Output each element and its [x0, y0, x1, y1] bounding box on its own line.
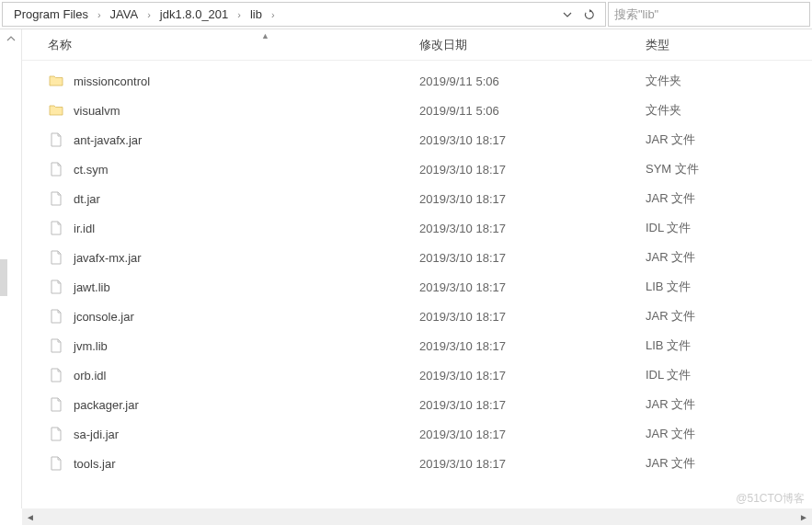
breadcrumb-item[interactable]: JAVA — [105, 6, 144, 23]
file-row[interactable]: jawt.lib2019/3/10 18:17LIB 文件 — [22, 272, 812, 302]
file-name-cell: jvm.lib — [22, 337, 419, 354]
file-name-cell: jconsole.jar — [22, 308, 419, 325]
file-name-cell: javafx-mx.jar — [22, 249, 419, 266]
file-type: JAR 文件 — [638, 396, 812, 413]
file-row[interactable]: tools.jar2019/3/10 18:17JAR 文件 — [22, 449, 812, 478]
search-bar[interactable] — [608, 2, 810, 27]
file-icon — [48, 161, 64, 177]
breadcrumb-bar[interactable]: Program Files›JAVA›jdk1.8.0_201›lib› — [2, 2, 606, 27]
chevron-right-icon[interactable]: › — [235, 9, 243, 20]
file-type: JAR 文件 — [638, 190, 812, 207]
left-gutter — [0, 29, 22, 508]
breadcrumb-item[interactable]: lib — [245, 6, 268, 23]
file-name-cell: orb.idl — [22, 367, 419, 383]
file-icon — [48, 337, 64, 354]
file-icon — [48, 426, 64, 442]
file-row[interactable]: ir.idl2019/3/10 18:17IDL 文件 — [22, 213, 812, 243]
file-type: IDL 文件 — [638, 220, 812, 236]
file-row[interactable]: visualvm2019/9/11 5:06文件夹 — [22, 96, 812, 125]
breadcrumb-item[interactable]: Program Files — [8, 6, 94, 23]
file-date: 2019/3/10 18:17 — [419, 398, 638, 412]
file-name-cell: ir.idl — [22, 220, 419, 236]
file-date: 2019/3/10 18:17 — [419, 133, 638, 147]
file-row[interactable]: dt.jar2019/3/10 18:17JAR 文件 — [22, 184, 812, 213]
file-icon — [48, 220, 64, 236]
file-name-cell: sa-jdi.jar — [22, 426, 419, 442]
file-icon — [48, 455, 64, 472]
scroll-right-button[interactable]: ► — [795, 508, 812, 525]
chevron-right-icon[interactable]: › — [145, 9, 153, 20]
file-name: jconsole.jar — [74, 310, 134, 324]
file-icon — [48, 249, 64, 266]
file-row[interactable]: ct.sym2019/3/10 18:17SYM 文件 — [22, 154, 812, 184]
file-icon — [48, 279, 64, 295]
file-icon — [48, 190, 64, 207]
file-type: IDL 文件 — [638, 367, 812, 383]
file-type: SYM 文件 — [638, 161, 812, 177]
file-row[interactable]: packager.jar2019/3/10 18:17JAR 文件 — [22, 390, 812, 419]
file-row[interactable]: orb.idl2019/3/10 18:17IDL 文件 — [22, 360, 812, 390]
file-date: 2019/9/11 5:06 — [419, 74, 638, 88]
scroll-left-button[interactable]: ◄ — [22, 508, 39, 525]
folder-icon — [48, 73, 64, 89]
file-type: JAR 文件 — [638, 131, 812, 148]
file-date: 2019/3/10 18:17 — [419, 280, 638, 294]
chevron-right-icon[interactable]: › — [96, 9, 103, 20]
file-type: LIB 文件 — [638, 279, 812, 295]
file-date: 2019/3/10 18:17 — [419, 457, 638, 471]
file-name-cell: ant-javafx.jar — [22, 131, 419, 148]
gutter-marker — [0, 259, 7, 296]
file-type: JAR 文件 — [638, 455, 812, 472]
file-row[interactable]: sa-jdi.jar2019/3/10 18:17JAR 文件 — [22, 419, 812, 449]
sort-indicator-icon: ▲ — [261, 31, 269, 40]
file-date: 2019/3/10 18:17 — [419, 222, 638, 235]
file-icon — [48, 367, 64, 383]
file-row[interactable]: jconsole.jar2019/3/10 18:17JAR 文件 — [22, 302, 812, 331]
file-name: jawt.lib — [74, 280, 110, 294]
breadcrumb-controls — [557, 5, 600, 25]
folder-icon — [48, 102, 64, 119]
file-name: visualvm — [74, 104, 120, 118]
file-row[interactable]: javafx-mx.jar2019/3/10 18:17JAR 文件 — [22, 243, 812, 272]
file-name: orb.idl — [74, 369, 106, 382]
main-area: ▲ 名称 修改日期 类型 missioncontrol2019/9/11 5:0… — [0, 29, 812, 508]
breadcrumb-item[interactable]: jdk1.8.0_201 — [154, 6, 234, 23]
file-name: missioncontrol — [74, 74, 150, 88]
scroll-up-icon[interactable] — [6, 33, 17, 44]
file-row[interactable]: missioncontrol2019/9/11 5:06文件夹 — [22, 66, 812, 96]
address-toolbar: Program Files›JAVA›jdk1.8.0_201›lib› — [0, 0, 812, 29]
file-date: 2019/9/11 5:06 — [419, 104, 638, 118]
refresh-button[interactable] — [579, 5, 600, 25]
history-dropdown-button[interactable] — [557, 5, 578, 25]
file-type: LIB 文件 — [638, 337, 812, 354]
file-icon — [48, 308, 64, 325]
chevron-right-icon[interactable]: › — [269, 9, 277, 20]
column-header-date[interactable]: 修改日期 — [419, 37, 638, 53]
file-date: 2019/3/10 18:17 — [419, 251, 638, 265]
file-icon — [48, 131, 64, 148]
file-list: missioncontrol2019/9/11 5:06文件夹visualvm2… — [22, 61, 812, 478]
file-type: JAR 文件 — [638, 249, 812, 266]
column-headers: ▲ 名称 修改日期 类型 — [22, 29, 812, 61]
file-name: ct.sym — [74, 163, 109, 177]
file-type: JAR 文件 — [638, 308, 812, 325]
file-name: tools.jar — [74, 457, 116, 471]
file-name: javafx-mx.jar — [74, 251, 142, 265]
file-name-cell: packager.jar — [22, 396, 419, 413]
file-name-cell: dt.jar — [22, 190, 419, 207]
file-pane: ▲ 名称 修改日期 类型 missioncontrol2019/9/11 5:0… — [22, 29, 812, 508]
horizontal-scrollbar[interactable]: ◄ ► — [22, 508, 812, 525]
breadcrumb: Program Files›JAVA›jdk1.8.0_201›lib› — [8, 6, 277, 23]
file-name: sa-jdi.jar — [74, 428, 119, 441]
file-icon — [48, 396, 64, 413]
file-row[interactable]: ant-javafx.jar2019/3/10 18:17JAR 文件 — [22, 125, 812, 154]
file-row[interactable]: jvm.lib2019/3/10 18:17LIB 文件 — [22, 331, 812, 360]
file-name: packager.jar — [74, 398, 139, 412]
file-name: ir.idl — [74, 222, 95, 235]
file-name: jvm.lib — [74, 339, 108, 353]
column-header-type[interactable]: 类型 — [638, 37, 812, 53]
column-header-name[interactable]: 名称 — [22, 37, 419, 53]
file-name-cell: jawt.lib — [22, 279, 419, 295]
file-name-cell: ct.sym — [22, 161, 419, 177]
search-input[interactable] — [614, 7, 804, 21]
